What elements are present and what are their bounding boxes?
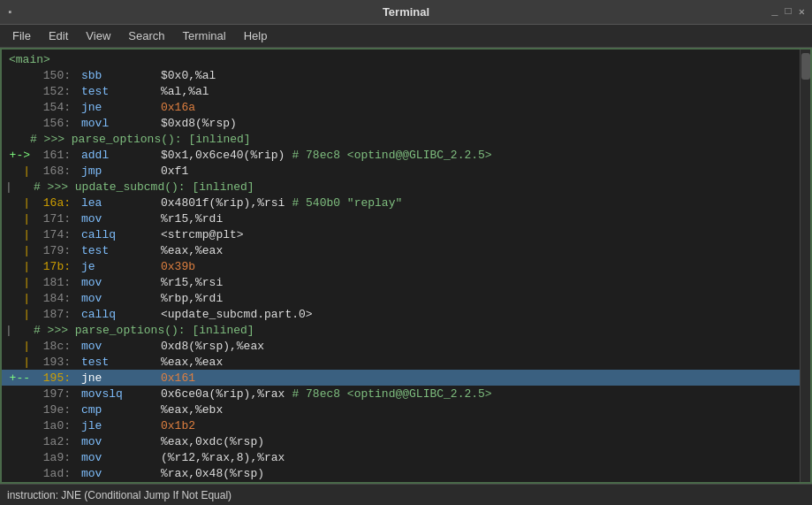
code-line: 1a9:mov(%r12,%rax,8),%rax	[2, 449, 800, 465]
code-line: |181:mov%r15,%rsi	[2, 274, 800, 290]
app-icon: ▪	[7, 7, 13, 18]
scrollbar-thumb[interactable]	[801, 53, 810, 80]
status-text: instruction: JNE (Conditional Jump If No…	[7, 489, 231, 501]
code-line: 154:jne0x16a	[2, 99, 800, 115]
menu-bar: File Edit View Search Terminal Help	[0, 25, 812, 48]
code-line: # _main(): [origin]	[2, 481, 800, 482]
code-line: 152:test%al,%al	[2, 83, 800, 99]
code-line: +--195:jne0x161	[2, 370, 800, 386]
code-line: |17b:je0x39b	[2, 258, 800, 274]
code-line: |171:mov%r15,%rdi	[2, 210, 800, 226]
code-line: |# >>> update_subcmd(): [inlined]	[2, 179, 800, 195]
code-line: |# >>> parse_options(): [inlined]	[2, 322, 800, 338]
code-line: 1ad:mov%rax,0x48(%rsp)	[2, 465, 800, 481]
code-line: 197:movslq0x6ce0a(%rip),%rax# 78ec8 <opt…	[2, 386, 800, 402]
code-line: 19e:cmp%eax,%ebx	[2, 402, 800, 417]
code-line: <main>	[2, 51, 800, 67]
menu-help[interactable]: Help	[235, 27, 277, 44]
window-controls[interactable]: _ □ ✕	[771, 5, 805, 19]
code-line: |187:callq<update_subcmd.part.0>	[2, 306, 800, 322]
code-line: |18c:mov0xd8(%rsp),%eax	[2, 338, 800, 354]
window-title: Terminal	[383, 5, 429, 19]
scrollbar[interactable]	[800, 50, 810, 482]
code-line: +->161:addl$0x1,0x6ce40(%rip)# 78ec8 <op…	[2, 147, 800, 163]
code-line: 1a0:jle0x1b2	[2, 417, 800, 433]
terminal-content[interactable]: <main>150:sbb$0x0,%al152:test%al,%al154:…	[2, 50, 800, 482]
code-line: 150:sbb$0x0,%al	[2, 67, 800, 83]
minimize-button[interactable]: _	[771, 5, 778, 19]
close-button[interactable]: ✕	[799, 5, 805, 19]
title-bar: ▪ Terminal _ □ ✕	[0, 0, 812, 25]
menu-terminal[interactable]: Terminal	[174, 27, 235, 44]
code-line: 1a2:mov%eax,0xdc(%rsp)	[2, 433, 800, 449]
code-line: |193:test%eax,%eax	[2, 354, 800, 370]
menu-file[interactable]: File	[4, 27, 40, 44]
code-line: |174:callq<strcmp@plt>	[2, 226, 800, 242]
code-line: 156:movl$0xd8(%rsp)	[2, 115, 800, 131]
code-line: |16a:lea0x4801f(%rip),%rsi# 540b0 "repla…	[2, 195, 800, 210]
maximize-button[interactable]: □	[785, 5, 792, 19]
code-line: |184:mov%rbp,%rdi	[2, 290, 800, 306]
menu-search[interactable]: Search	[119, 27, 173, 44]
status-bar: instruction: JNE (Conditional Jump If No…	[0, 484, 812, 505]
code-line: # >>> parse_options(): [inlined]	[2, 131, 800, 147]
code-line: |179:test%eax,%eax	[2, 242, 800, 258]
code-line: |168:jmp0xf1	[2, 163, 800, 179]
menu-edit[interactable]: Edit	[40, 27, 77, 44]
menu-view[interactable]: View	[77, 27, 119, 44]
terminal-area: <main>150:sbb$0x0,%al152:test%al,%al154:…	[0, 48, 812, 484]
